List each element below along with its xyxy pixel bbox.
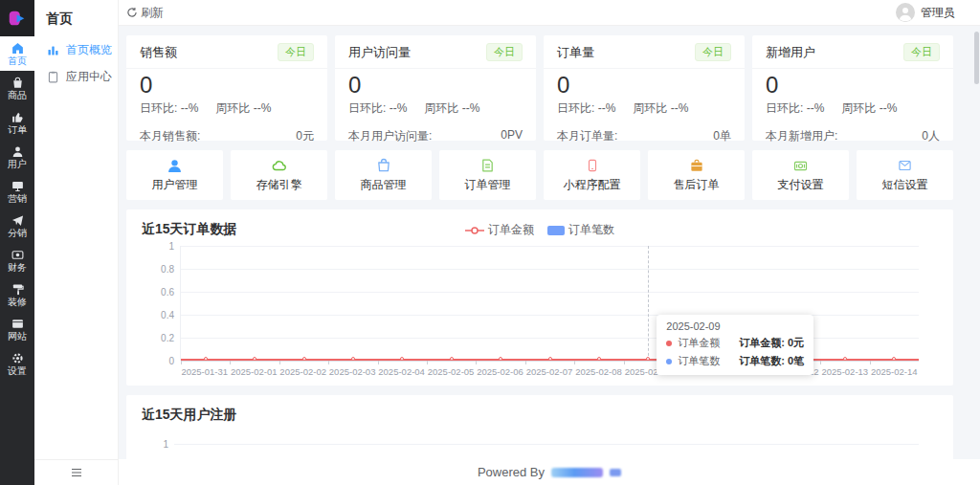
sms-mail-icon (897, 157, 913, 174)
storage-cloud-icon (271, 157, 288, 174)
y-tick: 0.6 (142, 287, 174, 298)
stat-card-sales: 销售额 今日 0 日环比: --% 周环比 --% 本月销售额: 0元 (126, 35, 327, 141)
submenu-item-label: 应用中心 (66, 69, 112, 85)
tooltip-series-value: 订单笔数: 0笔 (725, 354, 804, 368)
y-tick: 0.2 (142, 333, 174, 343)
legend-order-amount[interactable]: 订单金额 (465, 222, 534, 238)
tooltip-series-value: 订单金额: 0元 (725, 336, 804, 350)
shortcut-label: 商品管理 (361, 177, 407, 193)
shortcut-aftersale-orders[interactable]: 售后订单 (648, 150, 745, 200)
powered-by-label: Powered By (478, 465, 545, 479)
rail-item-decoration[interactable]: 装修 (0, 277, 34, 312)
marketing-icon (11, 180, 24, 192)
blue-dot-icon (666, 359, 672, 364)
submenu-item-app-center[interactable]: 应用中心 (34, 63, 118, 90)
stat-value: 0 (544, 69, 745, 99)
finance-icon (11, 249, 24, 261)
submenu-title: 首页 (34, 0, 118, 36)
stat-card-row: 销售额 今日 0 日环比: --% 周环比 --% 本月销售额: 0元 用户访问… (126, 35, 953, 141)
today-badge: 今日 (903, 43, 940, 61)
week-ratio: 周环比 --% (215, 100, 271, 117)
footer-logo (551, 468, 603, 477)
shortcut-order-manage[interactable]: 订单管理 (439, 150, 536, 200)
rail-item-label: 财务 (8, 263, 27, 273)
submenu-item-overview[interactable]: 首页概览 (34, 36, 118, 63)
shortcut-sms-settings[interactable]: 短信设置 (857, 150, 953, 200)
page-footer: Powered By (119, 459, 980, 485)
distribution-icon (11, 214, 24, 227)
shortcut-storage-engine[interactable]: 存储引擎 (231, 150, 327, 200)
rail-item-marketing[interactable]: 营销 (0, 174, 34, 209)
user-icon (11, 145, 24, 158)
stat-value: 0 (335, 69, 536, 99)
month-label: 本月用户访问量: (348, 128, 432, 144)
tooltip-series-name: 订单笔数 (678, 354, 720, 368)
rail-item-home[interactable]: 首页 (0, 36, 34, 71)
y-tick: 0.8 (142, 264, 174, 275)
user-manage-icon (167, 157, 183, 174)
month-value: 0元 (296, 128, 314, 144)
rail-item-label: 用户 (8, 160, 27, 169)
month-label: 本月销售额: (140, 128, 200, 144)
shortcut-goods-manage[interactable]: 商品管理 (335, 150, 432, 200)
register-chart-plot: 1 (142, 439, 938, 450)
rail-item-label: 设置 (8, 366, 27, 376)
rail-item-distribution[interactable]: 分销 (0, 209, 34, 243)
dashboard-content: 销售额 今日 0 日环比: --% 周环比 --% 本月销售额: 0元 用户访问… (119, 26, 980, 459)
stat-title: 订单量 (557, 44, 594, 61)
order-doc-icon (480, 157, 495, 174)
submenu-item-label: 首页概览 (66, 42, 112, 58)
order-chart-plot: 1 0.8 0.6 0.4 0.2 0 (142, 244, 938, 380)
miniapp-phone-icon (586, 157, 599, 174)
rail-item-finance[interactable]: 财务 (0, 243, 34, 277)
collapse-sidebar-button[interactable] (34, 459, 118, 485)
register-chart-title: 近15天用户注册 (142, 407, 938, 424)
footer-logo-small (610, 469, 621, 476)
refresh-button[interactable]: 刷新 (126, 5, 164, 21)
main-area: 刷新 管理员 销售额 今日 0 日环比: --% 周环比 --% 本月销售额: (119, 0, 980, 485)
avatar (896, 3, 915, 22)
week-ratio: 周环比 --% (841, 100, 897, 117)
line-marker-icon (465, 227, 484, 234)
rail-item-website[interactable]: 网站 (0, 312, 34, 346)
shortcut-label: 支付设置 (778, 177, 824, 193)
month-label: 本月新增用户: (766, 128, 837, 144)
day-ratio: 日环比: --% (140, 100, 198, 117)
user-menu[interactable]: 管理员 (896, 3, 955, 22)
submenu-sidebar: 首页 首页概览 应用中心 (34, 0, 119, 485)
vertical-scrollbar[interactable] (974, 32, 979, 84)
topbar: 刷新 管理员 (119, 0, 980, 26)
bar-marker-icon (547, 226, 565, 235)
shortcut-label: 订单管理 (465, 177, 511, 193)
shortcut-payment-settings[interactable]: 支付设置 (752, 150, 849, 200)
logo-icon (7, 8, 28, 29)
shortcut-user-manage[interactable]: 用户管理 (126, 150, 223, 200)
rail-item-label: 商品 (8, 91, 27, 100)
home-icon (11, 42, 24, 55)
app-logo[interactable] (0, 0, 34, 36)
aftersale-briefcase-icon (689, 157, 704, 174)
rail-item-orders[interactable]: 订单 (0, 105, 34, 140)
gridline (174, 444, 919, 445)
stat-value: 0 (752, 69, 953, 99)
rail-item-goods[interactable]: 商品 (0, 71, 34, 105)
rail-item-settings[interactable]: 设置 (0, 346, 34, 381)
chart-grid: 2025-02-09 订单金额 订单金额: 0元 订单笔数 订单笔数: 0笔 (180, 246, 919, 361)
rail-item-label: 装修 (8, 298, 27, 307)
rail-item-label: 网站 (8, 332, 27, 342)
icon-rail: 首页 商品 订单 用户 营销 分销 财务 装修 网站 设置 (0, 0, 34, 485)
shortcut-label: 用户管理 (152, 177, 198, 193)
shortcut-miniapp-config[interactable]: 小程序配置 (544, 150, 640, 200)
y-tick: 0 (142, 356, 174, 366)
rail-item-label: 营销 (8, 194, 27, 204)
rail-item-users[interactable]: 用户 (0, 140, 34, 174)
payment-money-icon (792, 157, 809, 174)
stat-card-orders: 订单量 今日 0 日环比: --% 周环比 --% 本月订单量: 0单 (544, 35, 745, 141)
day-ratio: 日环比: --% (557, 100, 615, 117)
legend-order-count[interactable]: 订单笔数 (547, 222, 614, 238)
goods-icon (11, 77, 24, 89)
y-tick: 0.4 (142, 310, 174, 320)
today-badge: 今日 (278, 43, 314, 61)
collapse-icon (70, 466, 83, 479)
rail-item-label: 首页 (8, 56, 27, 66)
